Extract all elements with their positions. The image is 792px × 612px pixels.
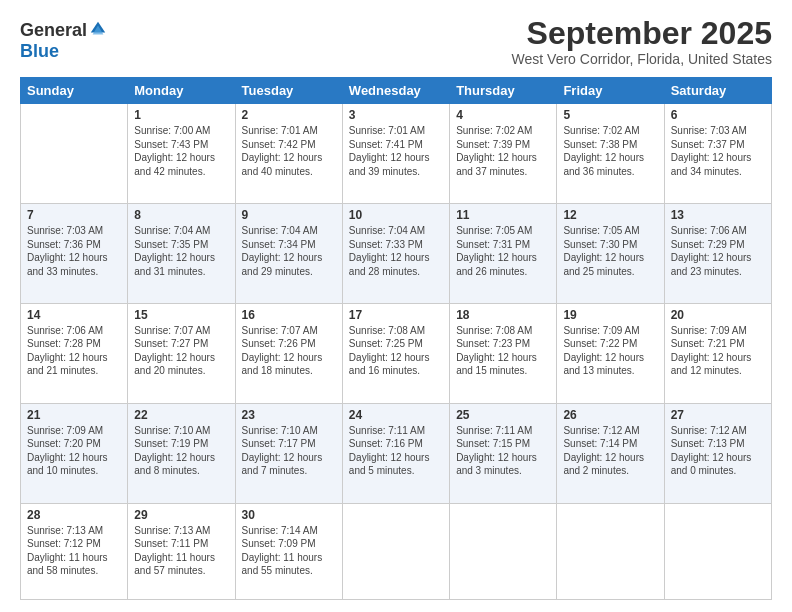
day-info: Sunrise: 7:00 AMSunset: 7:43 PMDaylight:… <box>134 124 228 178</box>
logo-icon <box>89 20 107 38</box>
calendar-header-row: Sunday Monday Tuesday Wednesday Thursday… <box>21 78 772 104</box>
table-row: 27Sunrise: 7:12 AMSunset: 7:13 PMDayligh… <box>664 403 771 503</box>
table-row: 21Sunrise: 7:09 AMSunset: 7:20 PMDayligh… <box>21 403 128 503</box>
day-info: Sunrise: 7:04 AMSunset: 7:34 PMDaylight:… <box>242 224 336 278</box>
table-row: 6Sunrise: 7:03 AMSunset: 7:37 PMDaylight… <box>664 104 771 204</box>
day-number: 4 <box>456 108 550 122</box>
calendar-week-row: 1Sunrise: 7:00 AMSunset: 7:43 PMDaylight… <box>21 104 772 204</box>
day-number: 24 <box>349 408 443 422</box>
day-info: Sunrise: 7:06 AMSunset: 7:28 PMDaylight:… <box>27 324 121 378</box>
day-number: 2 <box>242 108 336 122</box>
day-number: 5 <box>563 108 657 122</box>
table-row: 4Sunrise: 7:02 AMSunset: 7:39 PMDaylight… <box>450 104 557 204</box>
day-info: Sunrise: 7:02 AMSunset: 7:39 PMDaylight:… <box>456 124 550 178</box>
calendar-week-row: 21Sunrise: 7:09 AMSunset: 7:20 PMDayligh… <box>21 403 772 503</box>
day-number: 15 <box>134 308 228 322</box>
table-row <box>450 503 557 599</box>
table-row: 8Sunrise: 7:04 AMSunset: 7:35 PMDaylight… <box>128 204 235 304</box>
table-row: 16Sunrise: 7:07 AMSunset: 7:26 PMDayligh… <box>235 303 342 403</box>
day-number: 10 <box>349 208 443 222</box>
day-number: 28 <box>27 508 121 522</box>
table-row: 24Sunrise: 7:11 AMSunset: 7:16 PMDayligh… <box>342 403 449 503</box>
day-number: 17 <box>349 308 443 322</box>
table-row: 20Sunrise: 7:09 AMSunset: 7:21 PMDayligh… <box>664 303 771 403</box>
day-info: Sunrise: 7:13 AMSunset: 7:12 PMDaylight:… <box>27 524 121 578</box>
day-number: 12 <box>563 208 657 222</box>
day-number: 8 <box>134 208 228 222</box>
day-info: Sunrise: 7:04 AMSunset: 7:33 PMDaylight:… <box>349 224 443 278</box>
day-info: Sunrise: 7:09 AMSunset: 7:20 PMDaylight:… <box>27 424 121 478</box>
day-number: 29 <box>134 508 228 522</box>
calendar: Sunday Monday Tuesday Wednesday Thursday… <box>20 77 772 600</box>
page: General Blue September 2025 West Vero Co… <box>0 0 792 612</box>
day-info: Sunrise: 7:03 AMSunset: 7:36 PMDaylight:… <box>27 224 121 278</box>
day-number: 9 <box>242 208 336 222</box>
col-friday: Friday <box>557 78 664 104</box>
day-info: Sunrise: 7:12 AMSunset: 7:13 PMDaylight:… <box>671 424 765 478</box>
day-number: 7 <box>27 208 121 222</box>
logo: General Blue <box>20 16 107 62</box>
table-row: 19Sunrise: 7:09 AMSunset: 7:22 PMDayligh… <box>557 303 664 403</box>
day-number: 16 <box>242 308 336 322</box>
calendar-week-row: 28Sunrise: 7:13 AMSunset: 7:12 PMDayligh… <box>21 503 772 599</box>
calendar-week-row: 7Sunrise: 7:03 AMSunset: 7:36 PMDaylight… <box>21 204 772 304</box>
day-info: Sunrise: 7:07 AMSunset: 7:27 PMDaylight:… <box>134 324 228 378</box>
col-saturday: Saturday <box>664 78 771 104</box>
table-row: 30Sunrise: 7:14 AMSunset: 7:09 PMDayligh… <box>235 503 342 599</box>
day-number: 27 <box>671 408 765 422</box>
logo-general-text: General <box>20 20 87 41</box>
day-info: Sunrise: 7:07 AMSunset: 7:26 PMDaylight:… <box>242 324 336 378</box>
table-row: 17Sunrise: 7:08 AMSunset: 7:25 PMDayligh… <box>342 303 449 403</box>
table-row: 10Sunrise: 7:04 AMSunset: 7:33 PMDayligh… <box>342 204 449 304</box>
day-number: 13 <box>671 208 765 222</box>
day-number: 30 <box>242 508 336 522</box>
table-row: 13Sunrise: 7:06 AMSunset: 7:29 PMDayligh… <box>664 204 771 304</box>
day-info: Sunrise: 7:10 AMSunset: 7:19 PMDaylight:… <box>134 424 228 478</box>
day-info: Sunrise: 7:09 AMSunset: 7:22 PMDaylight:… <box>563 324 657 378</box>
day-info: Sunrise: 7:06 AMSunset: 7:29 PMDaylight:… <box>671 224 765 278</box>
table-row: 11Sunrise: 7:05 AMSunset: 7:31 PMDayligh… <box>450 204 557 304</box>
day-info: Sunrise: 7:13 AMSunset: 7:11 PMDaylight:… <box>134 524 228 578</box>
calendar-week-row: 14Sunrise: 7:06 AMSunset: 7:28 PMDayligh… <box>21 303 772 403</box>
location: West Vero Corridor, Florida, United Stat… <box>512 51 772 67</box>
day-info: Sunrise: 7:12 AMSunset: 7:14 PMDaylight:… <box>563 424 657 478</box>
day-number: 14 <box>27 308 121 322</box>
day-number: 3 <box>349 108 443 122</box>
day-info: Sunrise: 7:11 AMSunset: 7:15 PMDaylight:… <box>456 424 550 478</box>
day-info: Sunrise: 7:11 AMSunset: 7:16 PMDaylight:… <box>349 424 443 478</box>
day-info: Sunrise: 7:01 AMSunset: 7:41 PMDaylight:… <box>349 124 443 178</box>
day-number: 1 <box>134 108 228 122</box>
col-sunday: Sunday <box>21 78 128 104</box>
day-info: Sunrise: 7:05 AMSunset: 7:30 PMDaylight:… <box>563 224 657 278</box>
table-row: 2Sunrise: 7:01 AMSunset: 7:42 PMDaylight… <box>235 104 342 204</box>
col-tuesday: Tuesday <box>235 78 342 104</box>
table-row: 3Sunrise: 7:01 AMSunset: 7:41 PMDaylight… <box>342 104 449 204</box>
header: General Blue September 2025 West Vero Co… <box>20 16 772 67</box>
month-title: September 2025 <box>512 16 772 51</box>
table-row: 7Sunrise: 7:03 AMSunset: 7:36 PMDaylight… <box>21 204 128 304</box>
day-number: 26 <box>563 408 657 422</box>
table-row: 15Sunrise: 7:07 AMSunset: 7:27 PMDayligh… <box>128 303 235 403</box>
day-number: 22 <box>134 408 228 422</box>
day-info: Sunrise: 7:03 AMSunset: 7:37 PMDaylight:… <box>671 124 765 178</box>
table-row: 23Sunrise: 7:10 AMSunset: 7:17 PMDayligh… <box>235 403 342 503</box>
day-info: Sunrise: 7:05 AMSunset: 7:31 PMDaylight:… <box>456 224 550 278</box>
day-number: 21 <box>27 408 121 422</box>
table-row: 5Sunrise: 7:02 AMSunset: 7:38 PMDaylight… <box>557 104 664 204</box>
day-info: Sunrise: 7:10 AMSunset: 7:17 PMDaylight:… <box>242 424 336 478</box>
day-info: Sunrise: 7:01 AMSunset: 7:42 PMDaylight:… <box>242 124 336 178</box>
day-number: 20 <box>671 308 765 322</box>
table-row: 1Sunrise: 7:00 AMSunset: 7:43 PMDaylight… <box>128 104 235 204</box>
day-number: 23 <box>242 408 336 422</box>
day-info: Sunrise: 7:02 AMSunset: 7:38 PMDaylight:… <box>563 124 657 178</box>
day-info: Sunrise: 7:04 AMSunset: 7:35 PMDaylight:… <box>134 224 228 278</box>
col-wednesday: Wednesday <box>342 78 449 104</box>
col-thursday: Thursday <box>450 78 557 104</box>
table-row: 18Sunrise: 7:08 AMSunset: 7:23 PMDayligh… <box>450 303 557 403</box>
logo-blue-text: Blue <box>20 41 59 61</box>
table-row: 22Sunrise: 7:10 AMSunset: 7:19 PMDayligh… <box>128 403 235 503</box>
table-row <box>557 503 664 599</box>
table-row <box>664 503 771 599</box>
day-number: 19 <box>563 308 657 322</box>
day-number: 6 <box>671 108 765 122</box>
